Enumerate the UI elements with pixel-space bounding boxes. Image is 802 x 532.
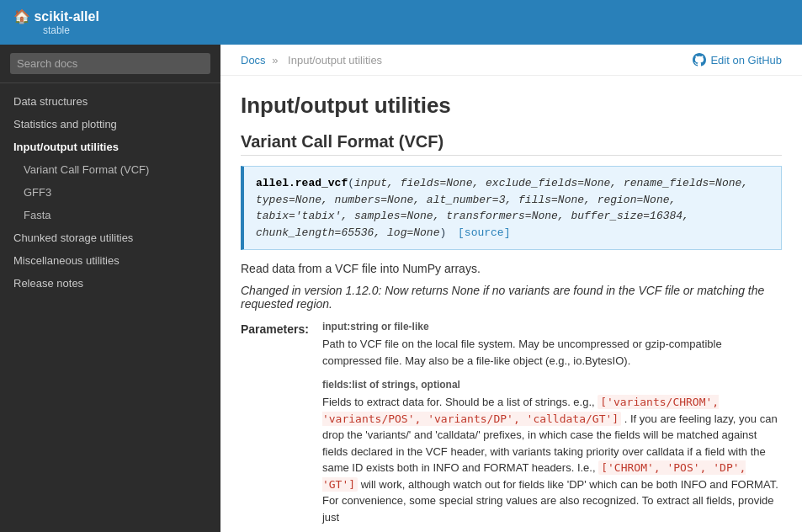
parameters-section: Parameters: input:string or file-like Pa…	[241, 321, 782, 532]
github-icon	[693, 53, 706, 66]
search-input[interactable]	[10, 53, 210, 74]
source-link[interactable]: [source]	[458, 226, 510, 239]
function-name: allel.read_vcf	[256, 177, 348, 189]
sidebar-item-statistics-plotting[interactable]: Statistics and plotting	[0, 113, 220, 136]
sidebar-item-data-structures[interactable]: Data structures	[0, 90, 220, 113]
parameters-label: Parameters:	[241, 321, 309, 532]
brand-title: 🏠 scikit-allel	[13, 8, 99, 24]
function-signature: allel.read_vcf(input, fields=None, exclu…	[241, 166, 782, 250]
github-edit-link[interactable]: Edit on GitHub	[693, 53, 782, 66]
fields-desc-after2: will work, although watch out for fields…	[322, 478, 778, 524]
sidebar-nav: Data structures Statistics and plotting …	[0, 83, 220, 301]
version-label: stable	[43, 24, 70, 36]
short-description: Read data from a VCF file into NumPy arr…	[241, 262, 782, 275]
main-content: Docs » Input/output utilities Edit on Gi…	[220, 45, 802, 532]
sidebar-item-vcf[interactable]: Variant Call Format (VCF)	[0, 158, 220, 181]
param-fields-type: fields:list of strings, optional	[322, 379, 782, 391]
page-title: Input/output utilities	[241, 93, 782, 119]
sidebar-item-fasta[interactable]: Fasta	[0, 204, 220, 226]
fields-desc-before: Fields to extract data for. Should be a …	[322, 396, 595, 408]
changed-notice: Changed in version 1.12.0: Now returns N…	[241, 284, 782, 311]
brand-name: scikit-allel	[34, 9, 98, 24]
sidebar-item-gff3[interactable]: GFF3	[0, 181, 220, 204]
github-label: Edit on GitHub	[710, 54, 782, 66]
sidebar-item-input-output[interactable]: Input/output utilities	[0, 136, 220, 158]
topbar: Docs » Input/output utilities Edit on Gi…	[220, 45, 802, 76]
param-fields: fields:list of strings, optional Fields …	[322, 379, 782, 525]
breadcrumb: Docs » Input/output utilities	[241, 54, 385, 66]
home-icon: 🏠	[13, 9, 30, 24]
section-title: Variant Call Format (VCF)	[241, 132, 782, 156]
param-input: input:string or file-like Path to VCF fi…	[322, 321, 782, 369]
param-input-desc: Path to VCF file on the local file syste…	[322, 336, 782, 369]
params-content: input:string or file-like Path to VCF fi…	[322, 321, 782, 532]
sidebar: Data structures Statistics and plotting …	[0, 45, 220, 532]
params-row: Parameters: input:string or file-like Pa…	[241, 321, 782, 532]
layout: Data structures Statistics and plotting …	[0, 45, 802, 532]
breadcrumb-separator: »	[272, 54, 281, 66]
param-input-type: input:string or file-like	[322, 321, 782, 332]
param-fields-desc: Fields to extract data for. Should be a …	[322, 394, 782, 525]
content-area: Input/output utilities Variant Call Form…	[220, 76, 802, 532]
breadcrumb-docs[interactable]: Docs	[241, 54, 266, 66]
sidebar-item-chunked-storage[interactable]: Chunked storage utilities	[0, 226, 220, 249]
breadcrumb-current: Input/output utilities	[288, 54, 382, 66]
search-container	[0, 45, 220, 83]
sidebar-item-release-notes[interactable]: Release notes	[0, 272, 220, 295]
changed-notice-text: Changed in version 1.12.0: Now returns N…	[241, 284, 764, 311]
header: 🏠 scikit-allel stable	[0, 0, 802, 45]
sidebar-item-miscellaneous[interactable]: Miscellaneous utilities	[0, 249, 220, 272]
